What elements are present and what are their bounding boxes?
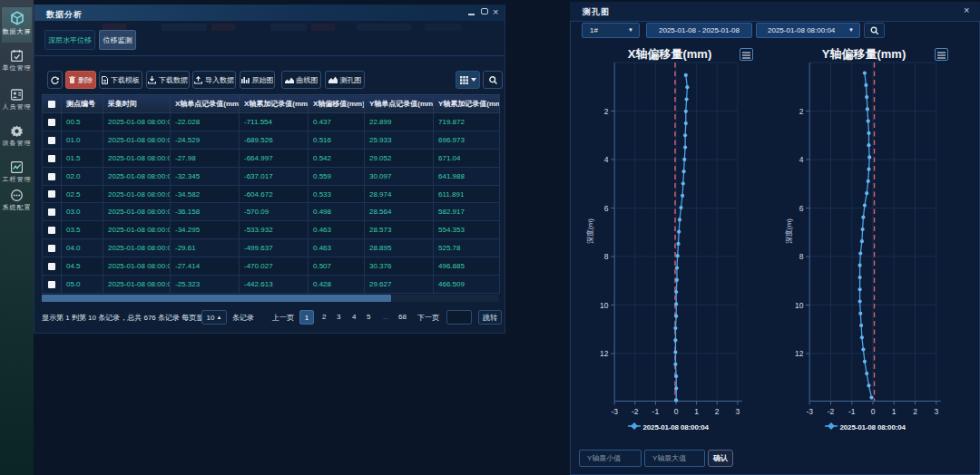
svg-text:12: 12	[600, 349, 609, 358]
svg-text:-3: -3	[611, 407, 618, 416]
svg-text:6: 6	[604, 204, 609, 213]
svg-text:-1: -1	[848, 407, 856, 416]
svg-text:4: 4	[604, 155, 609, 164]
svg-text:深度(m): 深度(m)	[586, 218, 594, 244]
svg-text:2025-01-08 08:00:04: 2025-01-08 08:00:04	[643, 423, 710, 431]
svg-text:3: 3	[934, 407, 938, 416]
svg-text:2: 2	[913, 407, 917, 416]
svg-text:2: 2	[715, 407, 720, 416]
svg-text:1: 1	[694, 407, 699, 416]
svg-text:-2: -2	[632, 407, 639, 416]
svg-text:-1: -1	[652, 407, 660, 416]
svg-text:2025-01-08 08:00:04: 2025-01-08 08:00:04	[840, 423, 906, 431]
svg-text:3: 3	[735, 407, 740, 416]
svg-text:8: 8	[604, 252, 609, 261]
svg-text:10: 10	[600, 301, 609, 310]
svg-text:-3: -3	[806, 407, 813, 416]
svg-text:6: 6	[799, 204, 804, 213]
svg-text:2: 2	[799, 107, 804, 116]
svg-text:0: 0	[871, 407, 876, 416]
svg-text:4: 4	[799, 155, 804, 164]
svg-text:深度(m): 深度(m)	[785, 218, 793, 244]
svg-text:12: 12	[795, 349, 804, 358]
svg-text:2: 2	[604, 107, 609, 116]
svg-text:10: 10	[795, 301, 804, 310]
svg-text:0: 0	[674, 407, 679, 416]
svg-text:1: 1	[892, 407, 897, 416]
svg-text:-2: -2	[828, 407, 835, 416]
svg-text:8: 8	[799, 252, 804, 261]
